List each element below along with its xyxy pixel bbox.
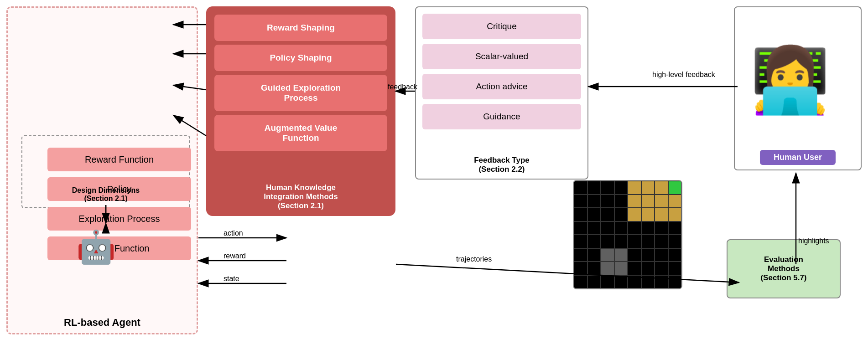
grid-cell — [601, 248, 614, 262]
grid-cell — [574, 262, 587, 275]
grid-cell — [641, 208, 655, 221]
grid-cell — [601, 208, 614, 221]
exploration-process-item: Exploration Process — [47, 207, 191, 231]
grid-cell — [601, 221, 614, 235]
grid-cell — [614, 195, 628, 208]
grid-cell — [601, 181, 614, 195]
hkim-box: Reward Shaping Policy Shaping Guided Exp… — [206, 6, 395, 216]
grid-cell — [668, 262, 682, 275]
grid-cell — [587, 195, 601, 208]
policy-shaping-item: Policy Shaping — [214, 45, 387, 71]
grid-cell — [655, 235, 668, 248]
critique-item: Critique — [422, 14, 581, 39]
grid-cell — [614, 262, 628, 275]
environment-container: Environment — [286, 207, 396, 317]
grid-cell — [587, 275, 601, 289]
state-arrow-label: state — [223, 275, 239, 283]
svg-line-13 — [396, 264, 739, 282]
grid-cell — [614, 235, 628, 248]
robot-icon: 🤖 — [76, 231, 116, 263]
grid-cell — [641, 248, 655, 262]
grid-cell — [601, 235, 614, 248]
grid-cell — [641, 195, 655, 208]
grid-cell — [574, 248, 587, 262]
grid-cell — [668, 181, 682, 195]
reward-shaping-item: Reward Shaping — [214, 15, 387, 41]
reward-function-item: Reward Function — [47, 148, 191, 171]
grid-cell — [668, 235, 682, 248]
design-dim-box: Reward Function Policy Exploration Proce… — [21, 135, 190, 208]
feedback-type-box: Critique Scalar-valued Action advice Gui… — [415, 6, 588, 180]
grid-cell — [574, 208, 587, 221]
grid-cell — [628, 195, 641, 208]
grid-cell — [614, 248, 628, 262]
action-arrow-label: action — [223, 229, 243, 237]
grid-cell — [574, 181, 587, 195]
human-figure: 👩‍💻 — [733, 16, 847, 144]
env-grid — [574, 181, 681, 288]
hkim-label: Human KnowledgeIntegration Methods(Secti… — [211, 183, 391, 211]
rl-agent-box: Reward Function Policy Exploration Proce… — [6, 6, 198, 334]
grid-cell — [655, 208, 668, 221]
grid-cell — [641, 181, 655, 195]
grid-cell — [668, 208, 682, 221]
grid-cell — [628, 262, 641, 275]
grid-cell — [587, 221, 601, 235]
feedback-arrow-label: feedback — [388, 83, 417, 91]
grid-cell — [628, 181, 641, 195]
guidance-item: Guidance — [422, 104, 581, 129]
grid-cell — [655, 262, 668, 275]
grid-cell — [587, 248, 601, 262]
grid-cell — [628, 221, 641, 235]
grid-cell — [668, 275, 682, 289]
grid-cell — [641, 262, 655, 275]
rl-agent-label: RL-based Agent — [64, 317, 140, 329]
grid-cell — [628, 208, 641, 221]
grid-cell — [614, 181, 628, 195]
grid-cell — [601, 262, 614, 275]
action-advice-item: Action advice — [422, 74, 581, 99]
grid-cell — [655, 275, 668, 289]
human-user-box: 👩‍💻 Human User — [734, 6, 862, 170]
grid-cell — [574, 221, 587, 235]
grid-cell — [655, 221, 668, 235]
grid-cell — [587, 208, 601, 221]
grid-cell — [574, 275, 587, 289]
grid-cell — [587, 181, 601, 195]
reward-arrow-label: reward — [223, 252, 246, 260]
environment-box: Environment — [573, 180, 682, 289]
grid-cell — [614, 208, 628, 221]
grid-cell — [668, 195, 682, 208]
grid-cell — [574, 235, 587, 248]
design-dim-label: Design Dimensions(Section 2.1) — [72, 186, 140, 203]
grid-cell — [655, 195, 668, 208]
trajectories-label: trajectories — [456, 255, 492, 263]
diagram-container: Reward Function Policy Exploration Proce… — [0, 0, 868, 344]
grid-cell — [628, 275, 641, 289]
guided-exploration-item: Guided ExplorationProcess — [214, 75, 387, 111]
grid-cell — [601, 275, 614, 289]
augmented-value-item: Augmented ValueFunction — [214, 115, 387, 151]
grid-cell — [641, 221, 655, 235]
value-function-item: Value Function — [47, 236, 191, 260]
grid-cell — [655, 248, 668, 262]
grid-cell — [641, 275, 655, 289]
grid-cell — [614, 275, 628, 289]
grid-cell — [628, 248, 641, 262]
highlights-label: highlights — [798, 237, 829, 245]
grid-cell — [641, 235, 655, 248]
grid-cell — [587, 235, 601, 248]
feedback-label: Feedback Type(Section 2.2) — [474, 156, 530, 174]
high-level-feedback-label: high-level feedback — [652, 71, 715, 79]
grid-cell — [628, 235, 641, 248]
grid-cell — [668, 248, 682, 262]
scalar-valued-item: Scalar-valued — [422, 44, 581, 69]
grid-cell — [668, 221, 682, 235]
human-user-label: Human User — [760, 150, 836, 165]
grid-cell — [614, 221, 628, 235]
grid-cell — [655, 181, 668, 195]
grid-cell — [574, 195, 587, 208]
grid-cell — [601, 195, 614, 208]
eval-methods-box: EvaluationMethods(Section 5.7) — [727, 239, 841, 298]
grid-cell — [587, 262, 601, 275]
